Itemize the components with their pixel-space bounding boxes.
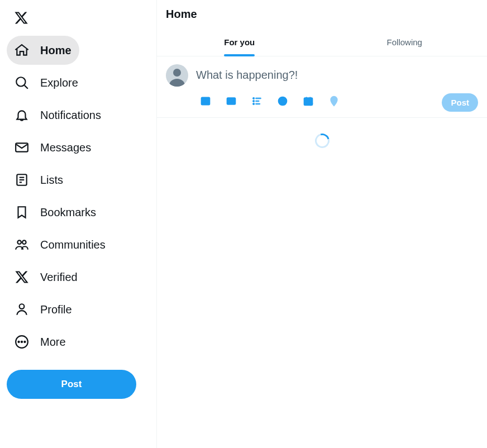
nav-label: Profile (40, 303, 72, 316)
composer-body: GIF Post (196, 64, 478, 112)
nav-messages[interactable]: Messages (7, 133, 99, 162)
svg-point-9 (20, 304, 25, 309)
spinner-icon (312, 131, 332, 151)
nav-notifications[interactable]: Notifications (7, 101, 109, 130)
nav-label: Communities (40, 239, 106, 251)
tab-for-you[interactable]: For you (157, 26, 322, 56)
svg-point-20 (253, 97, 255, 99)
svg-point-22 (253, 100, 255, 102)
tab-label: For you (224, 37, 255, 56)
location-icon (328, 96, 340, 109)
svg-point-7 (17, 240, 21, 244)
sidebar: Home Explore Notifications Messages List… (0, 0, 156, 448)
nav-more[interactable]: More (7, 327, 74, 356)
gif-button[interactable]: GIF (222, 93, 241, 112)
nav-profile[interactable]: Profile (7, 295, 80, 324)
bookmark-icon (15, 205, 29, 220)
svg-point-13 (24, 341, 25, 342)
composer-toolbar: GIF (196, 93, 343, 112)
image-icon (200, 96, 211, 109)
nav-label: Lists (40, 174, 63, 187)
communities-icon (15, 237, 29, 252)
svg-point-26 (279, 97, 287, 106)
nav-label: Messages (40, 141, 91, 154)
nav-bookmarks[interactable]: Bookmarks (7, 198, 104, 227)
main-column: Home For you Following GIF (156, 0, 487, 448)
svg-rect-25 (256, 103, 260, 104)
nav-label: Bookmarks (40, 206, 96, 219)
gif-icon: GIF (226, 96, 237, 109)
nav-explore[interactable]: Explore (7, 68, 86, 97)
svg-point-11 (18, 341, 20, 342)
svg-point-15 (169, 79, 185, 87)
avatar[interactable] (166, 64, 188, 87)
person-icon (15, 302, 29, 317)
nav-label: More (40, 336, 66, 349)
poll-button[interactable] (247, 93, 266, 112)
svg-point-12 (21, 341, 22, 342)
tweet-composer: GIF Post (157, 56, 487, 118)
tab-label: Following (387, 37, 422, 56)
home-icon (15, 43, 29, 58)
tweet-input[interactable] (196, 64, 478, 93)
nav-label: Home (40, 44, 71, 57)
x-logo-icon (15, 270, 29, 284)
location-button[interactable] (324, 93, 343, 112)
envelope-icon (15, 140, 29, 155)
schedule-button[interactable] (299, 93, 318, 112)
nav-verified[interactable]: Verified (7, 263, 85, 292)
composer-post-button[interactable]: Post (442, 93, 478, 112)
timeline-tabs: For you Following (157, 26, 487, 56)
nav-label: Verified (40, 271, 78, 284)
svg-point-8 (22, 240, 26, 244)
sidebar-post-button[interactable]: Post (7, 370, 136, 399)
logo-button[interactable] (7, 3, 36, 32)
bell-icon (15, 108, 29, 122)
emoji-icon (277, 96, 288, 109)
nav-label: Notifications (40, 109, 101, 122)
svg-point-34 (333, 98, 336, 101)
svg-point-28 (284, 100, 285, 101)
emoji-button[interactable] (273, 93, 292, 112)
more-circle-icon (15, 335, 29, 349)
svg-point-24 (253, 103, 255, 104)
x-logo-icon (14, 11, 28, 25)
svg-rect-23 (256, 101, 260, 102)
nav-communities[interactable]: Communities (7, 230, 113, 259)
svg-line-1 (25, 85, 28, 89)
svg-point-0 (16, 77, 25, 86)
timeline-loading (157, 118, 487, 148)
poll-icon (251, 96, 262, 109)
nav-lists[interactable]: Lists (7, 165, 71, 194)
search-icon (15, 75, 29, 90)
svg-text:GIF: GIF (228, 99, 234, 103)
nav-label: Explore (40, 77, 78, 89)
svg-point-27 (281, 100, 282, 101)
page-title: Home (157, 0, 487, 26)
svg-point-14 (173, 69, 181, 77)
nav-home[interactable]: Home (7, 36, 79, 65)
list-icon (15, 173, 29, 187)
media-button[interactable] (196, 93, 215, 112)
composer-actions: GIF Post (196, 93, 478, 112)
tab-following[interactable]: Following (322, 26, 488, 56)
svg-rect-21 (256, 98, 261, 99)
schedule-icon (303, 96, 314, 109)
